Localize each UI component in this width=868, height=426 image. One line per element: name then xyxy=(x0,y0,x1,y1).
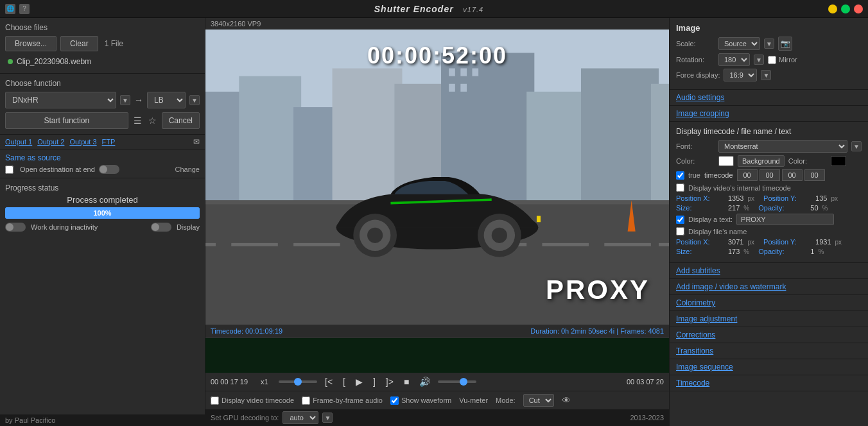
tc-field-1[interactable]: 00 xyxy=(737,169,758,181)
waveform-container[interactable] xyxy=(205,337,669,373)
gpu-dropdown-arrow[interactable]: ▼ xyxy=(322,413,333,423)
audio-settings-link[interactable]: Audio settings xyxy=(670,90,868,106)
volume-icon-button[interactable]: 🔊 xyxy=(417,375,433,388)
skip-end-button[interactable]: ]> xyxy=(383,375,396,388)
background-button[interactable]: Background xyxy=(738,155,785,167)
tc-size-unit: % xyxy=(743,205,749,212)
open-dest-checkbox[interactable] xyxy=(5,166,13,174)
tab-output2[interactable]: Output 2 xyxy=(37,138,64,146)
font-row: Font: Montserrat ▼ xyxy=(676,140,862,153)
font-select[interactable]: Montserrat xyxy=(718,140,847,153)
rotation-select[interactable]: 180 xyxy=(718,53,750,66)
video-container[interactable]: 00:00:52:00 PROXY xyxy=(205,30,669,325)
gpu-section: Set GPU decoding to: auto ▼ xyxy=(211,411,333,424)
mode-select[interactable]: Cut xyxy=(523,394,554,407)
inactivity-toggle[interactable] xyxy=(5,223,26,232)
display-filename-checkbox[interactable] xyxy=(676,227,684,235)
image-adjustment-link[interactable]: Image adjustment xyxy=(670,311,868,327)
toggle-switch[interactable] xyxy=(99,165,119,174)
menu-icon-button[interactable]: ☰ xyxy=(132,114,143,127)
svg-rect-8 xyxy=(581,69,659,209)
tab-ftp[interactable]: FTP xyxy=(102,138,116,146)
cancel-button[interactable]: Cancel xyxy=(162,112,200,129)
video-placeholder: 00:00:52:00 PROXY xyxy=(205,30,669,325)
titlebar-left: 🌐 ? xyxy=(5,4,30,14)
browse-button[interactable]: Browse... xyxy=(5,36,56,51)
tc-opacity-label: Opacity: xyxy=(758,204,806,212)
screenshot-button[interactable]: 📷 xyxy=(778,37,792,51)
lb-select[interactable]: LB xyxy=(147,92,186,108)
work-inactivity-row: Work during inactivity Display xyxy=(5,223,200,232)
mirror-checkbox[interactable] xyxy=(768,56,776,64)
function-select[interactable]: DNxHR xyxy=(5,92,116,108)
text-position-xy-row: Position X: 3071 px Position Y: 1931 px xyxy=(676,238,862,246)
timecode-label: timecode xyxy=(704,171,733,179)
close-button[interactable] xyxy=(854,4,863,13)
copyright-text: 2013-2023 xyxy=(630,414,664,422)
tc-size-value: 217 xyxy=(728,204,740,212)
rotation-dropdown-arrow[interactable]: ▼ xyxy=(754,55,764,65)
proxy-text-input[interactable] xyxy=(736,214,834,225)
tc-field-2[interactable]: 00 xyxy=(759,169,780,181)
help-icon[interactable]: ? xyxy=(19,4,30,14)
colorimetry-link[interactable]: Colorimetry xyxy=(670,295,868,311)
display-toggle[interactable] xyxy=(151,223,171,232)
show-waveform-option[interactable]: Show waveform xyxy=(390,396,451,405)
inactivity-toggle-knob xyxy=(6,223,13,231)
timecode-section-link[interactable]: Timecode xyxy=(670,375,868,391)
clear-button[interactable]: Clear xyxy=(60,36,98,51)
tc-field-3[interactable]: 00 xyxy=(782,169,803,181)
color-picker-black[interactable] xyxy=(831,156,846,166)
lb-dropdown-arrow[interactable]: ▼ xyxy=(189,95,200,105)
text-opacity-label: Opacity: xyxy=(758,248,806,255)
skip-start-button[interactable]: [< xyxy=(322,375,335,388)
internal-tc-row: Display video's internal timecode xyxy=(676,183,862,192)
scale-dropdown-arrow[interactable]: ▼ xyxy=(764,38,774,49)
add-subtitles-link[interactable]: Add subtitles xyxy=(670,263,868,279)
internal-tc-checkbox[interactable] xyxy=(676,183,684,192)
color-picker-white[interactable] xyxy=(718,156,734,166)
scale-select[interactable]: Source xyxy=(718,37,760,50)
font-dropdown-arrow[interactable]: ▼ xyxy=(851,141,862,151)
email-icon[interactable]: ✉ xyxy=(193,137,200,146)
display-text-checkbox[interactable] xyxy=(676,216,684,224)
mode-label: Mode: xyxy=(496,396,516,404)
display-timecode-checkbox[interactable] xyxy=(211,396,219,405)
text-pos-x-label: Position X: xyxy=(676,238,724,246)
star-icon-button[interactable]: ☆ xyxy=(147,114,158,127)
function-dropdown-arrow[interactable]: ▼ xyxy=(120,95,130,105)
svg-rect-25 xyxy=(659,243,669,246)
transitions-link[interactable]: Transitions xyxy=(670,343,868,359)
stop-button[interactable]: ■ xyxy=(401,375,412,388)
mirror-option[interactable]: Mirror xyxy=(768,56,797,64)
maximize-button[interactable] xyxy=(841,4,850,13)
force-display-select[interactable]: 16:9 xyxy=(724,69,757,81)
world-icon[interactable]: 🌐 xyxy=(5,4,15,14)
display-tc-checkbox[interactable] xyxy=(676,171,684,180)
corrections-link[interactable]: Corrections xyxy=(670,327,868,343)
tc-field-4[interactable]: 00 xyxy=(804,169,825,181)
frame-forward-button[interactable]: ] xyxy=(370,375,378,388)
minimize-button[interactable] xyxy=(828,4,837,13)
show-waveform-checkbox[interactable] xyxy=(390,396,399,405)
frame-audio-option[interactable]: Frame-by-frame audio xyxy=(302,396,383,405)
eye-icon-button[interactable]: 👁 xyxy=(562,395,571,405)
speed-slider[interactable] xyxy=(279,380,317,383)
open-dest-row: Open destination at end Change xyxy=(5,165,200,174)
tab-output1[interactable]: Output 1 xyxy=(5,138,32,146)
image-sequence-link[interactable]: Image sequence xyxy=(670,359,868,375)
display-timecode-option[interactable]: Display video timecode xyxy=(211,396,294,405)
gpu-label: Set GPU decoding to: xyxy=(211,414,279,422)
play-button[interactable]: ▶ xyxy=(353,375,365,388)
frame-back-button[interactable]: [ xyxy=(340,375,348,388)
start-function-button[interactable]: Start function xyxy=(5,112,128,129)
volume-slider[interactable] xyxy=(438,380,476,383)
add-image-link[interactable]: Add image / video as watermark xyxy=(670,279,868,295)
gpu-select[interactable]: auto xyxy=(282,411,318,424)
frame-audio-checkbox[interactable] xyxy=(302,396,310,405)
timecode-bar: Timecode: 00:01:09:19 Duration: 0h 2min … xyxy=(205,325,669,337)
image-cropping-link[interactable]: Image cropping xyxy=(670,106,868,122)
force-display-dropdown-arrow[interactable]: ▼ xyxy=(761,70,771,80)
tab-output3[interactable]: Output 3 xyxy=(69,138,96,146)
change-button[interactable]: Change xyxy=(175,166,200,173)
